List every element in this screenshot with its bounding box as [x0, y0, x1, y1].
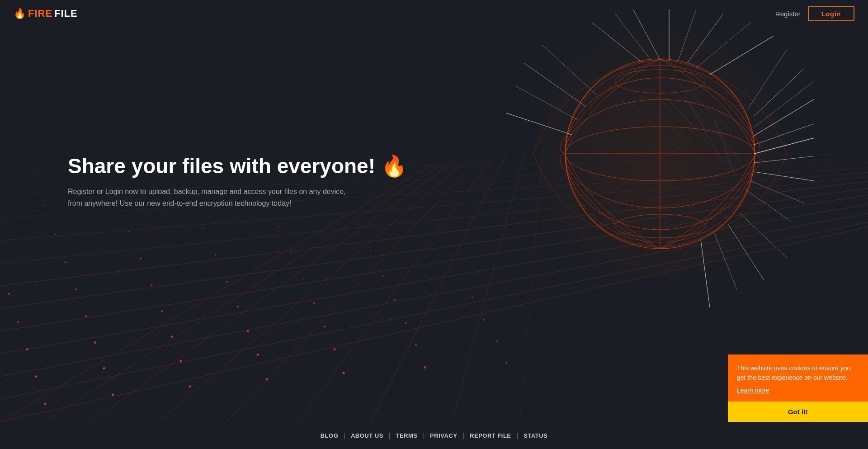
svg-point-60	[370, 250, 372, 251]
footer-link-report[interactable]: REPORT FILE	[470, 432, 511, 439]
footer-link-status[interactable]: STATUS	[524, 432, 547, 439]
footer-separator-4: |	[462, 432, 464, 439]
footer-link-blog[interactable]: BLOG	[321, 432, 339, 439]
header-actions: Register Login	[775, 6, 854, 21]
svg-point-64	[278, 226, 279, 227]
svg-point-23	[112, 393, 114, 396]
svg-point-40	[324, 326, 326, 327]
svg-point-35	[496, 340, 498, 342]
svg-point-29	[35, 375, 38, 378]
svg-point-27	[424, 366, 426, 369]
svg-point-45	[161, 310, 163, 312]
svg-point-66	[44, 205, 45, 206]
svg-point-49	[472, 297, 473, 298]
svg-point-52	[151, 284, 152, 286]
svg-point-48	[394, 299, 396, 301]
logo: 🔥 FIREFILE	[14, 8, 78, 19]
footer-link-about[interactable]: ABOUT US	[351, 432, 383, 439]
logo-fire-text: FIRE	[28, 8, 52, 19]
svg-point-28	[505, 362, 507, 364]
logo-fire-icon: 🔥	[14, 8, 26, 19]
svg-point-38	[171, 336, 173, 338]
svg-point-26	[343, 372, 345, 374]
svg-point-37	[94, 341, 96, 344]
svg-point-34	[415, 344, 417, 345]
hero-title: Share your files with everyone! 🔥	[68, 154, 407, 179]
footer-separator-2: |	[389, 432, 391, 439]
register-link[interactable]: Register	[775, 10, 801, 18]
svg-point-30	[103, 367, 105, 369]
svg-point-76	[161, 145, 162, 146]
svg-point-56	[65, 261, 66, 263]
svg-point-32	[257, 354, 259, 356]
footer-link-privacy[interactable]: PRIVACY	[430, 432, 457, 439]
svg-point-58	[215, 255, 217, 256]
hero-section: Share your files with everyone! 🔥 Regist…	[68, 154, 407, 209]
svg-point-62	[129, 231, 130, 232]
svg-point-25	[266, 378, 268, 380]
cookie-banner: This website uses cookies to ensure you …	[728, 354, 868, 422]
footer-separator-5: |	[517, 432, 519, 439]
svg-point-53	[226, 281, 228, 283]
cookie-accept-button[interactable]: Got it!	[728, 402, 868, 422]
svg-point-74	[19, 147, 20, 148]
hero-subtitle: Register or Login now to upload, backup,…	[68, 186, 357, 209]
svg-point-59	[291, 252, 292, 253]
svg-point-65	[357, 224, 358, 225]
svg-point-42	[483, 319, 485, 321]
svg-point-44	[85, 315, 87, 317]
svg-point-47	[313, 302, 315, 304]
footer-separator-3: |	[423, 432, 425, 439]
svg-point-46	[237, 306, 239, 307]
svg-point-63	[203, 228, 204, 229]
svg-point-41	[405, 322, 407, 324]
svg-point-70	[32, 176, 33, 177]
cookie-content: This website uses cookies to ensure you …	[728, 354, 868, 402]
svg-point-36	[26, 348, 28, 350]
logo-file-text: FILE	[54, 8, 78, 19]
svg-point-61	[55, 233, 56, 235]
cookie-learn-more-link[interactable]: Learn more	[737, 387, 769, 394]
sphere-graphic	[506, 9, 814, 317]
svg-point-54	[302, 278, 304, 279]
svg-point-22	[44, 402, 47, 405]
svg-point-24	[189, 385, 191, 388]
footer: BLOG | ABOUT US | TERMS | PRIVACY | REPO…	[0, 422, 868, 449]
svg-point-55	[383, 275, 384, 276]
cookie-message: This website uses cookies to ensure you …	[737, 364, 859, 383]
footer-link-terms[interactable]: TERMS	[396, 432, 417, 439]
svg-point-57	[140, 258, 142, 260]
svg-point-43	[17, 321, 19, 323]
svg-point-75	[90, 146, 91, 147]
svg-point-31	[180, 360, 182, 362]
header: 🔥 FIREFILE Register Login	[0, 0, 868, 27]
svg-point-39	[247, 330, 249, 332]
svg-point-33	[334, 348, 336, 350]
svg-point-51	[75, 288, 77, 290]
login-button[interactable]: Login	[808, 6, 854, 21]
footer-separator-1: |	[344, 432, 345, 439]
svg-point-50	[8, 293, 10, 295]
